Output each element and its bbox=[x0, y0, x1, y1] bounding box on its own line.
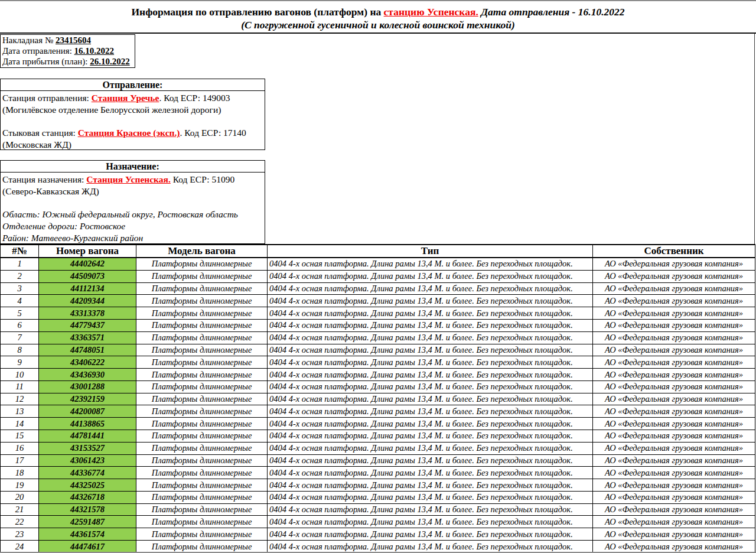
wagon-model-cell: Платформы длинномерные bbox=[136, 430, 268, 443]
wagon-owner-cell: АО «Федеральная грузовая компания» bbox=[593, 442, 755, 454]
wagon-model-cell: Платформы длинномерные bbox=[136, 454, 268, 467]
table-row: 844748051Платформы длинномерные0404 4-х … bbox=[1, 344, 755, 356]
table-row: 344112134Платформы длинномерные0404 4-х … bbox=[1, 282, 755, 295]
wagon-owner-cell: АО «Федеральная грузовая компания» bbox=[593, 258, 755, 270]
departure-section-header: Отправление: bbox=[1, 79, 265, 91]
junction-station-code: . Код ЕСР: 17140 bbox=[180, 128, 246, 138]
wagon-type-cell: 0404 4-х осная платформа. Длина рамы 13,… bbox=[268, 541, 593, 553]
wagon-number-cell: 44326718 bbox=[39, 491, 136, 503]
wagon-model-cell: Платформы длинномерные bbox=[136, 516, 268, 528]
wagon-type-cell: 0404 4-х осная платформа. Длина рамы 13,… bbox=[268, 258, 593, 270]
row-index-cell: 8 bbox=[1, 344, 39, 356]
row-index-cell: 20 bbox=[1, 491, 39, 503]
wagon-type-cell: 0404 4-х осная платформа. Длина рамы 13,… bbox=[268, 307, 593, 320]
wagon-model-cell: Платформы длинномерные bbox=[136, 307, 268, 320]
wagon-owner-cell: АО «Федеральная грузовая компания» bbox=[593, 295, 755, 307]
header-owner: Собственник bbox=[593, 245, 755, 258]
wagon-type-cell: 0404 4-х осная платформа. Длина рамы 13,… bbox=[268, 442, 593, 454]
row-index-cell: 13 bbox=[1, 405, 39, 418]
wagon-model-cell: Платформы длинномерные bbox=[136, 380, 268, 393]
wagon-model-cell: Платформы длинномерные bbox=[136, 270, 268, 282]
arrival-date-label: Дата прибытия (план): bbox=[2, 57, 90, 66]
wagon-type-cell: 0404 4-х осная платформа. Длина рамы 13,… bbox=[268, 467, 593, 479]
wagon-type-cell: 0404 4-х осная платформа. Длина рамы 13,… bbox=[268, 393, 593, 405]
wagon-model-cell: Платформы длинномерные bbox=[136, 258, 268, 270]
wagon-model-cell: Платформы длинномерные bbox=[136, 442, 268, 454]
table-row: 444209344Платформы длинномерные0404 4-х … bbox=[1, 295, 755, 307]
wagon-type-cell: 0404 4-х осная платформа. Длина рамы 13,… bbox=[268, 430, 593, 443]
wagon-number-cell: 43061423 bbox=[39, 454, 136, 467]
wagon-number-cell: 43363571 bbox=[39, 331, 136, 344]
waybill-number-line: Накладная № 23415604 bbox=[2, 35, 135, 45]
wagon-owner-cell: АО «Федеральная грузовая компания» bbox=[593, 331, 755, 344]
wagon-model-cell: Платформы длинномерные bbox=[136, 344, 268, 356]
wagon-model-cell: Платформы длинномерные bbox=[136, 418, 268, 430]
destination-station-link[interactable]: станцию Успенская. bbox=[384, 6, 478, 18]
departure-date-label: Дата отправления: bbox=[2, 46, 74, 56]
wagon-model-cell: Платформы длинномерные bbox=[136, 369, 268, 381]
destination-branch-line: Отделение дороги: Ростовское bbox=[2, 220, 265, 232]
wagon-number-cell: 43153527 bbox=[39, 442, 136, 454]
wagon-model-cell: Платформы длинномерные bbox=[136, 356, 268, 369]
wagon-model-cell: Платформы длинномерные bbox=[136, 503, 268, 516]
wagon-model-cell: Платформы длинномерные bbox=[136, 393, 268, 405]
wagon-owner-cell: АО «Федеральная грузовая компания» bbox=[593, 319, 755, 331]
destination-station-link-2[interactable]: Станция Успенская. bbox=[86, 174, 171, 184]
row-index-cell: 21 bbox=[1, 503, 39, 516]
wagon-owner-cell: АО «Федеральная грузовая компания» bbox=[593, 491, 755, 503]
departure-station-code: . Код ЕСР: 149003 bbox=[159, 93, 230, 103]
destination-station-line: Станция назначения: Станция Успенская. К… bbox=[2, 174, 265, 186]
wagon-number-cell: 44474617 bbox=[39, 541, 136, 553]
wagon-owner-cell: АО «Федеральная грузовая компания» bbox=[593, 380, 755, 393]
table-row: 1344200087Платформы длинномерные0404 4-х… bbox=[1, 405, 755, 418]
row-index-cell: 10 bbox=[1, 369, 39, 381]
wagon-model-cell: Платформы длинномерные bbox=[136, 331, 268, 344]
wagon-type-cell: 0404 4-х осная платформа. Длина рамы 13,… bbox=[268, 331, 593, 344]
title-date-suffix: Дата отправления - 16.10.2022 bbox=[478, 6, 625, 18]
row-index-cell: 9 bbox=[1, 356, 39, 369]
row-index-cell: 23 bbox=[1, 528, 39, 541]
row-index-cell: 5 bbox=[1, 307, 39, 320]
table-row: 1544781441Платформы длинномерные0404 4-х… bbox=[1, 430, 755, 443]
junction-station-label: Стыковая станция: bbox=[2, 128, 78, 138]
wagon-model-cell: Платформы длинномерные bbox=[136, 479, 268, 492]
title-prefix: Информация по отправлению вагонов (платф… bbox=[131, 6, 383, 18]
wagon-model-cell: Платформы длинномерные bbox=[136, 282, 268, 295]
wagon-type-cell: 0404 4-х осная платформа. Длина рамы 13,… bbox=[268, 356, 593, 369]
wagon-owner-cell: АО «Федеральная грузовая компания» bbox=[593, 369, 755, 381]
row-index-cell: 4 bbox=[1, 295, 39, 307]
wagon-type-cell: 0404 4-х осная платформа. Длина рамы 13,… bbox=[268, 479, 593, 492]
table-row: 1043436930Платформы длинномерные0404 4-х… bbox=[1, 369, 755, 381]
table-row: 2242591487Платформы длинномерные0404 4-х… bbox=[1, 516, 755, 528]
wagon-owner-cell: АО «Федеральная грузовая компания» bbox=[593, 430, 755, 443]
wagon-number-cell: 44336774 bbox=[39, 467, 136, 479]
report-title-line2: (С погруженной гусеничной и колесной вои… bbox=[0, 18, 756, 31]
row-index-cell: 3 bbox=[1, 282, 39, 295]
row-index-cell: 22 bbox=[1, 516, 39, 528]
table-row: 1944325025Платформы длинномерные0404 4-х… bbox=[1, 479, 755, 492]
wagon-model-cell: Платформы длинномерные bbox=[136, 491, 268, 503]
wagon-model-cell: Платформы длинномерные bbox=[136, 541, 268, 553]
wagon-type-cell: 0404 4-х осная платформа. Длина рамы 13,… bbox=[268, 380, 593, 393]
wagon-owner-cell: АО «Федеральная грузовая компания» bbox=[593, 479, 755, 492]
row-index-cell: 15 bbox=[1, 430, 39, 443]
departure-station-link[interactable]: Станция Уречье bbox=[92, 93, 159, 103]
departure-station-note: (Могилёвское отделение Белорусской желез… bbox=[2, 104, 265, 116]
wagon-table-header-row: #№ Номер вагона Модель вагона Тип Собств… bbox=[1, 245, 755, 258]
row-index-cell: 1 bbox=[1, 258, 39, 270]
wagon-type-cell: 0404 4-х осная платформа. Длина рамы 13,… bbox=[268, 344, 593, 356]
wagon-number-cell: 44209344 bbox=[39, 295, 136, 307]
report-title-line1: Информация по отправлению вагонов (платф… bbox=[0, 5, 756, 18]
destination-station-note: (Северо-Кавказская ЖД) bbox=[2, 186, 265, 197]
junction-station-link[interactable]: Станция Красное (эксп.) bbox=[78, 128, 180, 138]
wagon-number-cell: 44321578 bbox=[39, 503, 136, 516]
wagon-type-cell: 0404 4-х осная платформа. Длина рамы 13,… bbox=[268, 295, 593, 307]
row-index-cell: 17 bbox=[1, 454, 39, 467]
row-index-cell: 16 bbox=[1, 442, 39, 454]
wagon-number-cell: 44779437 bbox=[39, 319, 136, 331]
wagon-table: #№ Номер вагона Модель вагона Тип Собств… bbox=[0, 244, 755, 553]
wagon-number-cell: 44748051 bbox=[39, 344, 136, 356]
wagon-owner-cell: АО «Федеральная грузовая компания» bbox=[593, 454, 755, 467]
destination-section-body: Станция назначения: Станция Успенская. К… bbox=[1, 173, 265, 244]
waybill-info-box: Накладная № 23415604 Дата отправления: 1… bbox=[0, 34, 135, 68]
